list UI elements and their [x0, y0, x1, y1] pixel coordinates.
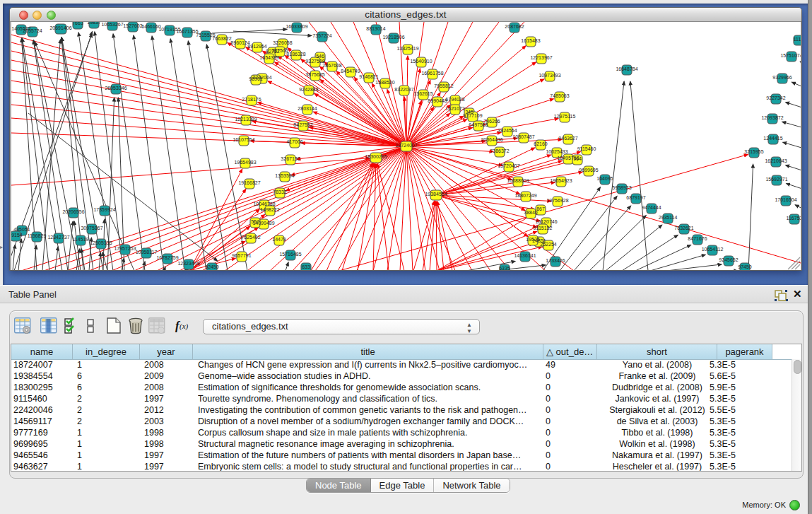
svg-text:19384554: 19384554	[425, 192, 447, 197]
svg-text:16107554: 16107554	[233, 137, 254, 142]
svg-text:15720407: 15720407	[498, 163, 519, 168]
svg-text:16120746: 16120746	[535, 219, 557, 224]
svg-text:17016504: 17016504	[775, 197, 796, 202]
svg-text:3267130: 3267130	[281, 156, 300, 161]
svg-text:9329966: 9329966	[772, 75, 792, 80]
svg-text:7485063: 7485063	[550, 93, 569, 98]
svg-text:1353594: 1353594	[275, 173, 294, 178]
svg-text:6794028: 6794028	[445, 97, 464, 102]
svg-text:10973493: 10973493	[539, 73, 560, 78]
svg-text:10654112: 10654112	[702, 247, 724, 252]
svg-text:19525: 19525	[526, 237, 540, 242]
svg-text:3824554: 3824554	[498, 128, 517, 133]
svg-text:1362615: 1362615	[413, 91, 433, 96]
svg-text:1588520: 1588520	[375, 80, 394, 85]
svg-text:2867608: 2867608	[322, 63, 341, 68]
svg-text:62160: 62160	[534, 141, 548, 146]
svg-text:5958923: 5958923	[612, 185, 631, 190]
svg-text:16671355: 16671355	[176, 29, 198, 34]
svg-text:7625402: 7625402	[241, 235, 260, 240]
svg-text:1527602: 1527602	[123, 23, 142, 28]
svg-text:6879197: 6879197	[626, 195, 645, 200]
svg-text:3215955: 3215955	[744, 149, 763, 154]
svg-text:19837: 19837	[87, 22, 101, 25]
svg-text:327506: 327506	[271, 48, 288, 53]
svg-text:20206556: 20206556	[62, 209, 84, 214]
svg-text:(x): (x)	[180, 322, 189, 331]
svg-text:7357224: 7357224	[312, 33, 331, 38]
svg-text:10958117: 10958117	[136, 250, 158, 255]
svg-text:435051: 435051	[13, 227, 30, 232]
svg-text:16782759: 16782759	[156, 255, 178, 260]
svg-text:18300295: 18300295	[365, 154, 387, 159]
svg-text:98961: 98961	[249, 76, 263, 81]
svg-text:92450: 92450	[205, 264, 219, 269]
svg-text:20691406: 20691406	[49, 25, 71, 30]
svg-text:12342737: 12342737	[47, 235, 69, 240]
svg-text:78332: 78332	[273, 189, 287, 194]
svg-text:8454749: 8454749	[341, 69, 360, 74]
svg-text:2718176: 2718176	[242, 97, 261, 102]
svg-text:15692971: 15692971	[765, 177, 787, 182]
svg-text:1117: 1117	[794, 37, 801, 42]
svg-text:252254: 252254	[540, 242, 556, 247]
svg-text:15751074: 15751074	[780, 53, 801, 58]
svg-text:26053346: 26053346	[105, 86, 126, 90]
svg-text:16961758: 16961758	[421, 71, 443, 76]
svg-text:417006: 417006	[286, 139, 302, 144]
svg-text:8186328: 8186328	[286, 52, 305, 57]
svg-text:9242848: 9242848	[299, 87, 318, 92]
svg-text:12093872: 12093872	[761, 115, 783, 120]
svg-text:10688609: 10688609	[507, 178, 529, 183]
svg-text:10025433: 10025433	[546, 149, 567, 154]
svg-text:9777109: 9777109	[463, 113, 482, 118]
svg-text:8427552: 8427552	[293, 122, 312, 127]
svg-text:12505135: 12505135	[90, 240, 112, 245]
svg-text:16648784: 16648784	[616, 66, 637, 71]
svg-text:7955812: 7955812	[434, 83, 453, 88]
svg-text:16033809: 16033809	[286, 24, 307, 29]
svg-text:114519: 114519	[73, 237, 89, 242]
svg-text:2935114: 2935114	[659, 215, 678, 220]
svg-text:1621072: 1621072	[445, 106, 464, 111]
svg-text:9657791: 9657791	[232, 253, 251, 258]
svg-text:9474444: 9474444	[642, 205, 661, 210]
svg-text:3875685: 3875685	[305, 72, 324, 77]
svg-text:15716485: 15716485	[279, 252, 301, 257]
svg-text:964: 964	[573, 156, 582, 161]
svg-text:16210643: 16210643	[765, 158, 787, 163]
svg-text:12213389: 12213389	[235, 117, 257, 122]
svg-text:2803144: 2803144	[298, 106, 317, 111]
svg-text:14136141: 14136141	[514, 253, 536, 258]
svg-text:9699695: 9699695	[579, 168, 598, 173]
svg-text:164095: 164095	[596, 176, 613, 181]
svg-text:6335: 6335	[499, 266, 510, 270]
svg-text:19654983: 19654983	[234, 160, 256, 165]
svg-text:8322037: 8322037	[394, 87, 413, 92]
svg-text:633: 633	[302, 264, 310, 269]
svg-text:7386372: 7386372	[490, 148, 509, 153]
svg-text:3226058: 3226058	[273, 40, 292, 45]
svg-text:10046788: 10046788	[253, 201, 275, 206]
svg-text:20364436: 20364436	[481, 137, 502, 142]
svg-text:13325419: 13325419	[396, 46, 418, 51]
svg-text:9245652: 9245652	[719, 257, 738, 262]
svg-text:12975115: 12975115	[554, 114, 576, 119]
svg-text:10653267: 10653267	[101, 22, 123, 27]
svg-text:9115132: 9115132	[534, 226, 553, 230]
svg-text:1654339: 1654339	[259, 55, 278, 60]
svg-text:7663822: 7663822	[212, 36, 231, 41]
svg-text:2055724: 2055724	[23, 28, 42, 33]
svg-text:18807249: 18807249	[514, 193, 536, 198]
svg-text:1498222: 1498222	[260, 207, 279, 212]
svg-text:8912954: 8912954	[247, 44, 266, 49]
svg-text:746266: 746266	[483, 119, 500, 124]
svg-text:17957253: 17957253	[114, 246, 136, 251]
svg-text:9463627: 9463627	[558, 136, 577, 141]
svg-text:2087682: 2087682	[505, 24, 524, 29]
svg-text:14479: 14479	[272, 237, 286, 242]
svg-text:546: 546	[316, 54, 324, 59]
svg-text:1156829: 1156829	[28, 233, 47, 238]
svg-text:19654923: 19654923	[550, 178, 572, 183]
svg-text:116753: 116753	[787, 216, 801, 221]
